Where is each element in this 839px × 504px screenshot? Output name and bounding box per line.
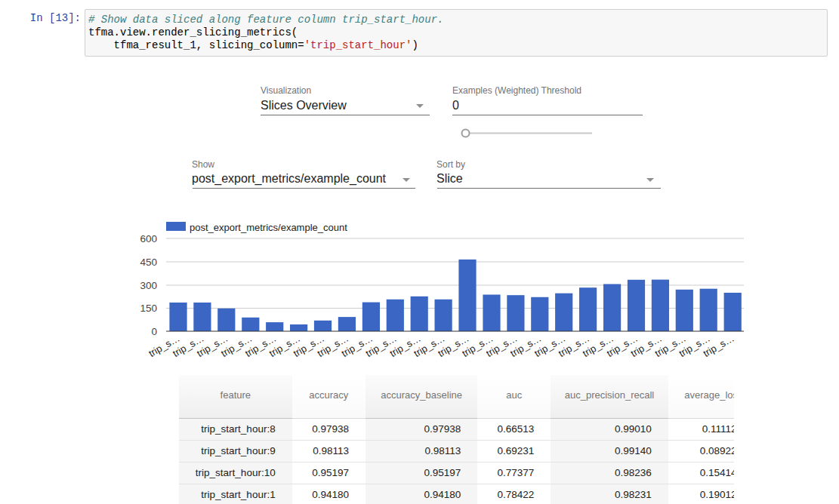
svg-text:0: 0 [151, 326, 157, 337]
svg-text:600: 600 [140, 233, 157, 244]
svg-text:post_export_metrics/example_co: post_export_metrics/example_count [190, 222, 347, 233]
svg-text:150: 150 [140, 303, 157, 314]
svg-text:450: 450 [140, 257, 157, 268]
svg-text:300: 300 [140, 280, 157, 291]
